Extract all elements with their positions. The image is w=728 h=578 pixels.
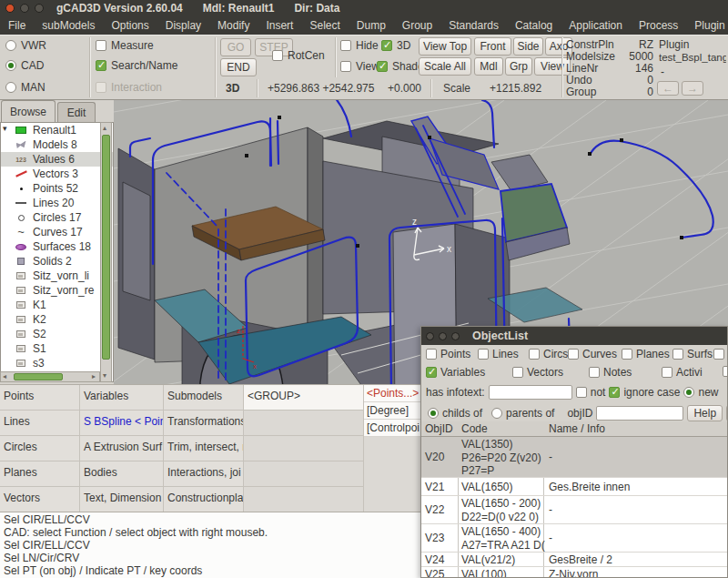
- grp-button[interactable]: Grp: [505, 57, 532, 76]
- help-button[interactable]: Help: [687, 405, 723, 421]
- catalog-constructionplane-button[interactable]: Constructionpla: [164, 487, 244, 512]
- filter-variables-checkbox[interactable]: Variables: [426, 366, 485, 379]
- tree-item-sitz-vorn-li[interactable]: Sitz_vorn_li: [1, 269, 113, 283]
- tree-item-k1[interactable]: K1: [1, 298, 113, 312]
- catalog-submodels-button[interactable]: Submodels: [164, 385, 244, 411]
- filter-circs-checkbox[interactable]: Circs: [529, 348, 568, 360]
- tree-item-circles[interactable]: Circles 17: [1, 210, 113, 225]
- table-row-v24[interactable]: V24 VAL(v21/2) GesBreite / 2: [421, 553, 727, 567]
- filter-extra-checkbox[interactable]: [723, 366, 728, 377]
- rotcen-checkbox[interactable]: RotCen: [272, 49, 325, 62]
- scroll-down-icon[interactable]: ▾: [103, 371, 106, 380]
- catalog-text-dimension-button[interactable]: Text, Dimension: [80, 487, 164, 512]
- selection-controlpoints-item[interactable]: [Controlpoi: [364, 420, 420, 437]
- tree-item-s2[interactable]: S2: [1, 327, 113, 341]
- selection-points-item[interactable]: <Points...>: [364, 385, 420, 402]
- tree-item-values[interactable]: 123Values 6: [1, 152, 113, 167]
- table-row-v21[interactable]: V21 VAL(1650) Ges.Breite innen: [421, 478, 727, 496]
- scrollbar-thumb[interactable]: [102, 135, 110, 360]
- menu-item-submodels[interactable]: subModels: [34, 19, 103, 32]
- catalog-transformations-button[interactable]: Transformations: [164, 411, 244, 436]
- hide-checkbox[interactable]: Hide: [340, 39, 379, 52]
- scroll-up-icon[interactable]: ▴: [103, 124, 106, 133]
- 3d-checkbox[interactable]: 3D: [381, 39, 410, 52]
- menu-item-plugin[interactable]: Plugin: [686, 19, 728, 32]
- filter-notes-checkbox[interactable]: Notes: [589, 366, 632, 379]
- menu-item-catalog[interactable]: Catalog: [507, 19, 561, 32]
- scroll-right-icon[interactable]: ▸: [92, 372, 96, 381]
- catalog-bodies-button[interactable]: Bodies: [80, 461, 164, 487]
- tree-item-sitz-vorn-re[interactable]: Sitz_vorn_re: [1, 283, 113, 298]
- side-button[interactable]: Side: [513, 37, 543, 56]
- checkbox-checked-icon[interactable]: [609, 387, 620, 398]
- catalog-lines-button[interactable]: Lines: [0, 411, 80, 436]
- table-row-v22[interactable]: V22 VAL(1650 - 200)D22=D(0 v22 0) -: [421, 496, 727, 524]
- end-button[interactable]: END: [220, 58, 257, 76]
- catalog-interactions-button[interactable]: Interactions, joi: [164, 461, 244, 487]
- tree-vertical-scrollbar[interactable]: ▴ ▾: [100, 122, 112, 382]
- minimize-window-icon[interactable]: [20, 4, 29, 13]
- filter-curves-checkbox[interactable]: Curves: [568, 348, 617, 360]
- tree-item-s1[interactable]: S1: [1, 341, 113, 356]
- mode-vwr-radio[interactable]: VWR: [5, 39, 46, 52]
- view-button[interactable]: View: [534, 57, 571, 76]
- tree-item-vectors[interactable]: Vectors 3: [1, 167, 113, 181]
- filter-points-checkbox[interactable]: Points: [426, 348, 470, 360]
- menu-item-display[interactable]: Display: [157, 19, 209, 32]
- table-row-v25[interactable]: V25 VAL(100) Z-Niv.vorn: [421, 567, 727, 578]
- close-icon[interactable]: [426, 332, 434, 340]
- mode-man-radio[interactable]: MAN: [5, 81, 46, 94]
- catalog-trim-button[interactable]: Trim, intersect, r: [164, 436, 244, 461]
- tab-browse[interactable]: Browse: [1, 100, 56, 122]
- shade-checkbox[interactable]: Shade: [377, 60, 424, 73]
- mode-cad-radio[interactable]: CAD: [5, 59, 44, 72]
- catalog-points-button[interactable]: Points: [0, 385, 80, 411]
- catalog-circles-button[interactable]: Circles: [0, 436, 80, 461]
- menu-item-application[interactable]: Application: [561, 19, 631, 32]
- tree-item-points[interactable]: Points 52: [1, 181, 113, 196]
- maximize-icon[interactable]: [451, 332, 460, 340]
- objectlist-title-bar[interactable]: ObjectList: [421, 327, 727, 345]
- scale-all-button[interactable]: Scale All: [419, 57, 471, 76]
- menu-item-standards[interactable]: Standards: [440, 19, 507, 32]
- scrollbar-thumb[interactable]: [14, 373, 63, 380]
- objid-input[interactable]: [596, 406, 683, 421]
- filter-b-checkbox[interactable]: B: [713, 348, 728, 360]
- tree-item-k2[interactable]: K2: [1, 312, 113, 327]
- scroll-left-icon[interactable]: ◂: [3, 372, 6, 381]
- filter-lines-checkbox[interactable]: Lines: [478, 348, 519, 360]
- measure-checkbox[interactable]: Measure: [96, 39, 154, 52]
- menu-item-modify[interactable]: Modify: [209, 19, 258, 32]
- tree-item-s3[interactable]: s3: [1, 356, 113, 370]
- tree-horizontal-scrollbar[interactable]: ◂ ▸: [0, 371, 100, 382]
- table-row-v23[interactable]: V23 VAL(1650 - 400)A27=TRA A21 D( -: [421, 524, 727, 553]
- plugin-name[interactable]: test_Bspl_tang: [659, 52, 726, 63]
- menu-item-process[interactable]: Process: [631, 19, 686, 32]
- catalog-planes-button[interactable]: Planes: [0, 461, 80, 487]
- minimize-icon[interactable]: [439, 332, 447, 340]
- tree-item-solids[interactable]: Solids 2: [1, 254, 113, 269]
- filter-planes-checkbox[interactable]: Planes: [622, 348, 670, 360]
- tree-item-renault1[interactable]: ▾ Renault1: [1, 123, 113, 137]
- tab-edit[interactable]: Edit: [57, 102, 96, 122]
- view-checkbox[interactable]: View: [340, 60, 379, 73]
- filter-activi-checkbox[interactable]: Activi: [662, 366, 703, 379]
- catalog-vectors-button[interactable]: Vectors: [0, 487, 80, 512]
- menu-item-insert[interactable]: Insert: [258, 19, 301, 32]
- mdl-button[interactable]: Mdl: [474, 57, 503, 76]
- catalog-group-cell[interactable]: <GROUP>: [244, 385, 364, 411]
- infotext-input[interactable]: [489, 385, 572, 400]
- radio-icon[interactable]: [491, 408, 502, 419]
- catalog-bspline-button[interactable]: S BSpline < Point: [80, 411, 164, 436]
- checkbox-icon[interactable]: [576, 387, 587, 398]
- view-top-button[interactable]: View Top: [419, 37, 471, 56]
- tree-item-models[interactable]: Models 8: [1, 137, 113, 152]
- menu-item-dump[interactable]: Dump: [349, 19, 394, 32]
- catalog-extrusion-button[interactable]: A Extrusion Surf: [80, 436, 164, 461]
- filter-surfs-checkbox[interactable]: Surfs: [672, 348, 713, 360]
- close-window-icon[interactable]: [5, 4, 15, 13]
- tree-item-surfaces[interactable]: Surfaces 18: [1, 239, 113, 254]
- radio-checked-icon[interactable]: [683, 387, 694, 398]
- catalog-variables-button[interactable]: Variables: [80, 385, 164, 411]
- filter-vectors-checkbox[interactable]: Vectors: [512, 366, 563, 379]
